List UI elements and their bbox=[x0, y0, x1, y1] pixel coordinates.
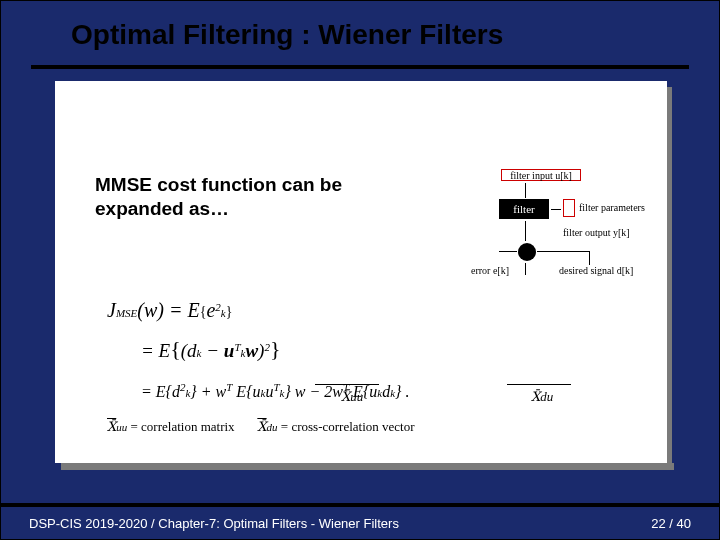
eq2: = E bbox=[141, 340, 170, 361]
minus: − bbox=[201, 340, 223, 361]
filter-input-label: filter input u[k] bbox=[501, 169, 581, 181]
t1: E{d bbox=[156, 383, 180, 400]
u-sup: T bbox=[234, 341, 240, 353]
filter-params-label: filter parameters bbox=[579, 202, 645, 213]
desired-label: desired signal d[k] bbox=[559, 265, 633, 276]
eq3: = bbox=[141, 383, 156, 400]
footer-page-number: 22 / 40 bbox=[651, 516, 691, 531]
title-rule bbox=[31, 65, 689, 69]
e-sup: 2 bbox=[215, 301, 221, 313]
xdu-label: X̄du bbox=[531, 389, 553, 405]
arrow-line bbox=[499, 251, 517, 252]
d-symbol: d bbox=[187, 340, 197, 361]
w-symbol: w bbox=[245, 340, 258, 361]
xdu-def: = cross-correlation vector bbox=[278, 419, 415, 434]
lead-text: MMSE cost function can be expanded as… bbox=[95, 173, 385, 222]
arrow-line bbox=[551, 209, 561, 210]
card-shadow-bottom bbox=[61, 463, 674, 470]
title-area: Optimal Filtering : Wiener Filters bbox=[1, 1, 719, 59]
formula-line-1: JMSE(w) = E{e2k} bbox=[107, 291, 409, 329]
arrow-line bbox=[525, 221, 526, 241]
underbrace-icon bbox=[507, 381, 571, 385]
arrow-line bbox=[525, 183, 526, 198]
t1-sup: 2 bbox=[180, 381, 186, 393]
formula-line-2: = E{(dk − uTkw)2} bbox=[141, 329, 409, 371]
footer-left: DSP-CIS 2019-2020 / Chapter-7: Optimal F… bbox=[29, 516, 399, 531]
slide-footer: DSP-CIS 2019-2020 / Chapter-7: Optimal F… bbox=[1, 503, 719, 539]
slide-title: Optimal Filtering : Wiener Filters bbox=[71, 19, 679, 51]
slide-frame: Optimal Filtering : Wiener Filters MMSE … bbox=[0, 0, 720, 540]
u-symbol: u bbox=[224, 340, 235, 361]
xuu-def: = correlation matrix bbox=[127, 419, 234, 434]
footnote-definitions: X̄uu = correlation matrix X̄du = cross-c… bbox=[107, 419, 415, 435]
xdu-sym: X̄ bbox=[257, 419, 266, 434]
t2: E{u bbox=[232, 383, 260, 400]
filter-params-box bbox=[563, 199, 575, 217]
xuu-sub: uu bbox=[116, 421, 127, 433]
summing-node-icon bbox=[518, 243, 536, 261]
J-symbol: J bbox=[107, 299, 116, 321]
filter-output-label: filter output y[k] bbox=[563, 227, 630, 238]
xuu-sym: X̄ bbox=[107, 419, 116, 434]
filter-block: filter bbox=[499, 199, 549, 219]
t2b-sup: T bbox=[273, 381, 279, 393]
arrow-line bbox=[537, 251, 589, 252]
t3b: d bbox=[382, 383, 390, 400]
xdu-sub: du bbox=[267, 421, 278, 433]
content-card: MMSE cost function can be expanded as… f… bbox=[55, 81, 667, 463]
plus1: + w bbox=[197, 383, 226, 400]
J-arg: (w) bbox=[137, 299, 164, 321]
arrow-line bbox=[589, 251, 590, 265]
J-subscript: MSE bbox=[116, 307, 137, 319]
wT: T bbox=[226, 381, 232, 393]
eq: = E bbox=[164, 299, 200, 321]
t2-close: } w bbox=[284, 383, 305, 400]
formula-block: JMSE(w) = E{e2k} = E{(dk − uTkw)2} = E{d… bbox=[107, 291, 409, 407]
block-diagram: filter input u[k] filter filter paramete… bbox=[401, 169, 645, 289]
underbrace-icon bbox=[315, 381, 379, 385]
minus2: − 2w bbox=[306, 383, 343, 400]
xuu-label: X̄uu bbox=[341, 389, 363, 405]
t3-close: } . bbox=[395, 383, 409, 400]
e-symbol: e bbox=[206, 299, 215, 321]
error-label: error e[k] bbox=[471, 265, 509, 276]
arrow-line bbox=[525, 263, 526, 275]
